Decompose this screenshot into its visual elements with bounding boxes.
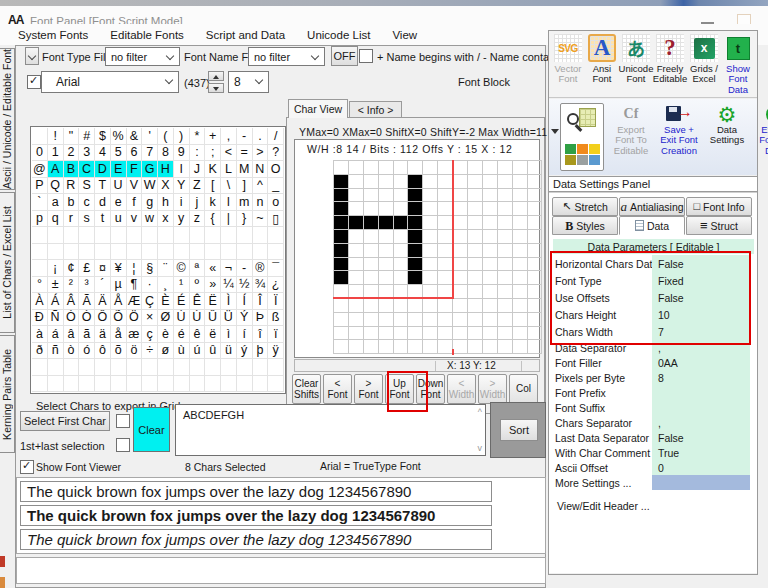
param-value[interactable]: Fixed xyxy=(652,272,750,289)
char-cell[interactable] xyxy=(111,244,127,261)
bitmap-pixel[interactable] xyxy=(438,340,453,354)
ribbon-ansi-font[interactable]: AAnsi Font xyxy=(585,34,619,97)
bitmap-pixel[interactable] xyxy=(453,161,468,175)
bitmap-pixel[interactable] xyxy=(513,271,528,285)
select-first-checkbox[interactable] xyxy=(116,414,130,428)
ribbon-export-font-to-editable[interactable]: CfExport Font To Editable xyxy=(607,103,655,175)
param-value[interactable]: , xyxy=(652,415,750,430)
filter-off-button[interactable]: OFF xyxy=(331,46,358,66)
char-cell[interactable]: þ xyxy=(253,343,269,360)
bitmap-pixel[interactable] xyxy=(528,258,543,272)
bitmap-pixel[interactable] xyxy=(468,258,483,272)
bitmap-pixel[interactable] xyxy=(394,340,409,354)
char-cell[interactable]: Y xyxy=(174,178,190,195)
bitmap-pixel[interactable] xyxy=(528,230,543,244)
char-cell[interactable] xyxy=(111,376,127,393)
char-cell[interactable]: 0 xyxy=(32,145,48,162)
char-cell[interactable]: î xyxy=(253,326,269,343)
ribbon-data-settings[interactable]: ⚙Data Settings xyxy=(703,103,751,175)
param-row-font-prefix[interactable]: Font Prefix xyxy=(552,385,755,400)
char-cell[interactable]: ï xyxy=(268,326,284,343)
char-cell[interactable]: I xyxy=(174,161,190,178)
char-cell[interactable]: v xyxy=(127,211,143,228)
bitmap-pixel[interactable] xyxy=(513,258,528,272)
char-cell[interactable]: 6 xyxy=(127,145,143,162)
char-cell[interactable]: ß xyxy=(268,310,284,327)
bitmap-pixel[interactable] xyxy=(468,299,483,313)
bitmap-pixel[interactable] xyxy=(379,216,394,230)
param-row-chars-separator[interactable]: Chars Separator, xyxy=(552,415,755,430)
char-cell[interactable]: 3 xyxy=(79,145,95,162)
bitmap-pixel[interactable] xyxy=(513,299,528,313)
bitmap-pixel[interactable] xyxy=(513,313,528,327)
bitmap-pixel[interactable] xyxy=(438,216,453,230)
bitmap-pixel[interactable] xyxy=(364,230,379,244)
char-cell[interactable] xyxy=(237,244,253,261)
bitmap-pixel[interactable] xyxy=(423,258,438,272)
char-cell[interactable]: â xyxy=(64,326,80,343)
char-cell[interactable] xyxy=(221,376,237,393)
char-cell[interactable] xyxy=(190,244,206,261)
char-cell[interactable]: ´ xyxy=(95,277,111,294)
bitmap-pixel[interactable] xyxy=(334,216,349,230)
char-cell[interactable]: J xyxy=(190,161,206,178)
bitmap-pixel[interactable] xyxy=(349,244,364,258)
bitmap-pixel[interactable] xyxy=(334,271,349,285)
bitmap-pixel[interactable] xyxy=(379,175,394,189)
bitmap-pixel[interactable] xyxy=(528,161,543,175)
char-cell[interactable]: ² xyxy=(64,277,80,294)
tab-struct[interactable]: ≡Struct xyxy=(686,216,752,235)
char-cell[interactable]: · xyxy=(142,277,158,294)
bitmap-pixel[interactable] xyxy=(423,299,438,313)
char-cell[interactable]: í xyxy=(237,326,253,343)
bitmap-pixel[interactable] xyxy=(349,189,364,203)
tab-font-info[interactable]: □Font Info xyxy=(686,197,752,216)
bitmap-pixel[interactable] xyxy=(364,175,379,189)
bitmap-pixel[interactable] xyxy=(498,271,513,285)
param-value[interactable]: 0 xyxy=(652,460,750,475)
bitmap-pixel[interactable] xyxy=(349,299,364,313)
char-cell[interactable] xyxy=(190,376,206,393)
bitmap-pixel[interactable] xyxy=(408,299,423,313)
char-cell[interactable]: ¤ xyxy=(95,260,111,277)
bitmap-pixel[interactable] xyxy=(513,285,528,299)
bitmap-pixel[interactable] xyxy=(394,189,409,203)
char-cell[interactable] xyxy=(158,359,174,376)
char-cell[interactable]: Ö xyxy=(127,310,143,327)
char-cell[interactable]: ~ xyxy=(253,211,269,228)
bitmap-pixel[interactable] xyxy=(468,313,483,327)
bitmap-pixel[interactable] xyxy=(379,258,394,272)
char-cell[interactable]: 8 xyxy=(158,145,174,162)
char-cell[interactable]: Ð xyxy=(32,310,48,327)
show-font-viewer-checkbox[interactable] xyxy=(20,460,34,474)
bitmap-pixel[interactable] xyxy=(349,271,364,285)
bitmap-pixel[interactable] xyxy=(334,327,349,341)
bitmap-pixel[interactable] xyxy=(453,327,468,341)
bitmap-pixel[interactable] xyxy=(528,340,543,354)
bitmap-pixel[interactable] xyxy=(513,161,528,175)
bitmap-pixel[interactable] xyxy=(528,175,543,189)
char-cell[interactable] xyxy=(32,359,48,376)
name-filter-checkbox[interactable] xyxy=(359,49,373,63)
char-cell[interactable]: ? xyxy=(268,145,284,162)
side-tab-ascii-unicode-editable-font[interactable]: Ascii / Unicode / Editable Font xyxy=(0,48,15,190)
bitmap-pixel[interactable] xyxy=(498,230,513,244)
char-cell[interactable]: ý xyxy=(237,343,253,360)
button-clear-shifts[interactable]: ClearShifts xyxy=(292,374,321,404)
bitmap-pixel[interactable] xyxy=(438,230,453,244)
bitmap-pixel[interactable] xyxy=(498,161,513,175)
bitmap-pixel[interactable] xyxy=(453,202,468,216)
stepper-up-icon[interactable] xyxy=(208,71,224,81)
char-cell[interactable] xyxy=(32,376,48,393)
param-row-font-filler[interactable]: Font Filler0AA xyxy=(552,355,755,370)
param-value[interactable]: True xyxy=(652,445,750,460)
char-cell[interactable]: À xyxy=(32,293,48,310)
scroll-up-icon[interactable]: ^ xyxy=(478,407,482,417)
char-cell[interactable]: 1 xyxy=(48,145,64,162)
char-cell[interactable] xyxy=(158,227,174,244)
filter-dropdown-button[interactable] xyxy=(25,47,39,65)
param-row-pixels-per-byte[interactable]: Pixels per Byte8 xyxy=(552,370,755,385)
bitmap-pixel[interactable] xyxy=(438,313,453,327)
bitmap-pixel[interactable] xyxy=(528,189,543,203)
char-cell[interactable]: ½ xyxy=(237,277,253,294)
